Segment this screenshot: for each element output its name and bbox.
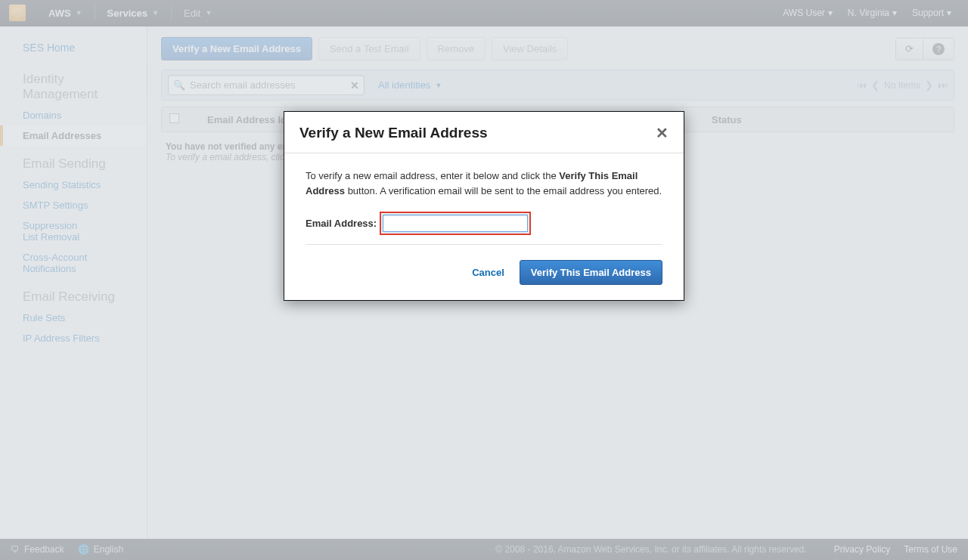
modal-desc-pre: To verify a new email address, enter it … [306, 170, 559, 181]
modal-title: Verify a New Email Address [299, 125, 656, 141]
verify-this-email-button[interactable]: Verify This Email Address [520, 260, 662, 285]
modal-header: Verify a New Email Address ✕ [284, 112, 684, 153]
modal-description: To verify a new email address, enter it … [306, 169, 662, 198]
divider [306, 244, 662, 245]
email-input-highlight [380, 212, 531, 235]
modal-body: To verify a new email address, enter it … [284, 153, 684, 249]
verify-email-modal: Verify a New Email Address ✕ To verify a… [284, 111, 684, 301]
email-field-row: Email Address: [306, 212, 662, 235]
modal-overlay: Verify a New Email Address ✕ To verify a… [0, 0, 968, 560]
cancel-button[interactable]: Cancel [472, 267, 504, 278]
modal-desc-post: button. A verification email will be sen… [345, 185, 662, 196]
email-input[interactable] [383, 215, 528, 232]
email-field-label: Email Address: [306, 218, 377, 229]
close-icon[interactable]: ✕ [656, 124, 669, 142]
modal-footer: Cancel Verify This Email Address [284, 249, 684, 300]
